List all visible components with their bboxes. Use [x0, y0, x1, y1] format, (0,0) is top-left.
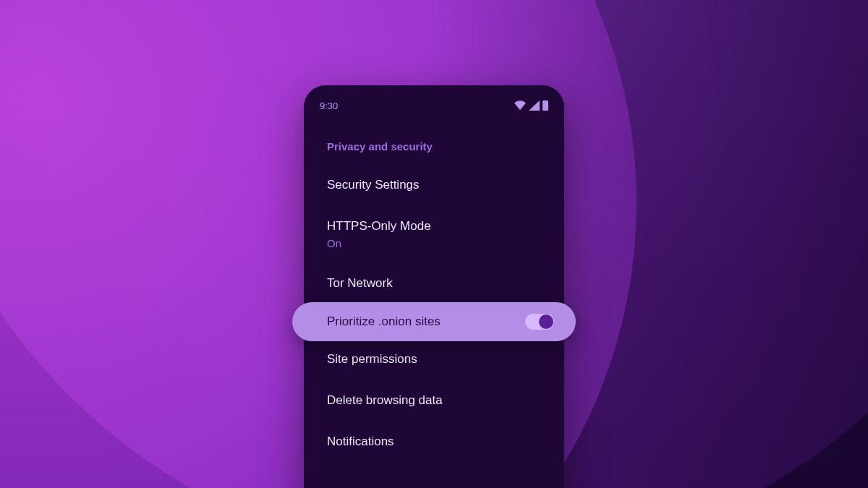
- item-site-permissions[interactable]: Site permissions: [304, 341, 564, 378]
- section-header-privacy: Privacy and security: [304, 140, 564, 167]
- status-time: 9:30: [320, 100, 338, 111]
- item-label: Delete browsing data: [327, 393, 443, 407]
- status-bar: 9:30: [304, 91, 564, 120]
- battery-icon: [542, 100, 548, 111]
- item-label: Site permissions: [327, 352, 417, 366]
- item-prioritize-onion-sites[interactable]: Prioritize .onion sites: [292, 302, 576, 341]
- item-label: Prioritize .onion sites: [327, 314, 441, 329]
- wifi-icon: [514, 100, 527, 111]
- item-sublabel: On: [327, 236, 541, 251]
- item-label: Security Settings: [327, 178, 420, 192]
- item-delete-browsing-data[interactable]: Delete browsing data: [304, 382, 564, 419]
- item-label: HTTPS-Only Mode: [327, 219, 431, 233]
- item-tor-network[interactable]: Tor Network: [304, 265, 564, 302]
- settings-list: Privacy and security Security Settings H…: [304, 120, 564, 461]
- toggle-knob: [539, 314, 553, 329]
- item-security-settings[interactable]: Security Settings: [304, 167, 564, 204]
- item-notifications[interactable]: Notifications: [304, 424, 564, 461]
- cellular-icon: [529, 100, 540, 111]
- status-icons: [514, 100, 548, 111]
- item-label: Notifications: [327, 435, 394, 448]
- toggle-prioritize-onion[interactable]: [525, 314, 554, 330]
- item-https-only-mode[interactable]: HTTPS-Only Mode On: [304, 208, 564, 261]
- item-label: Tor Network: [327, 276, 393, 290]
- phone-frame: 9:30 Privacy and security Security Setti…: [304, 85, 564, 488]
